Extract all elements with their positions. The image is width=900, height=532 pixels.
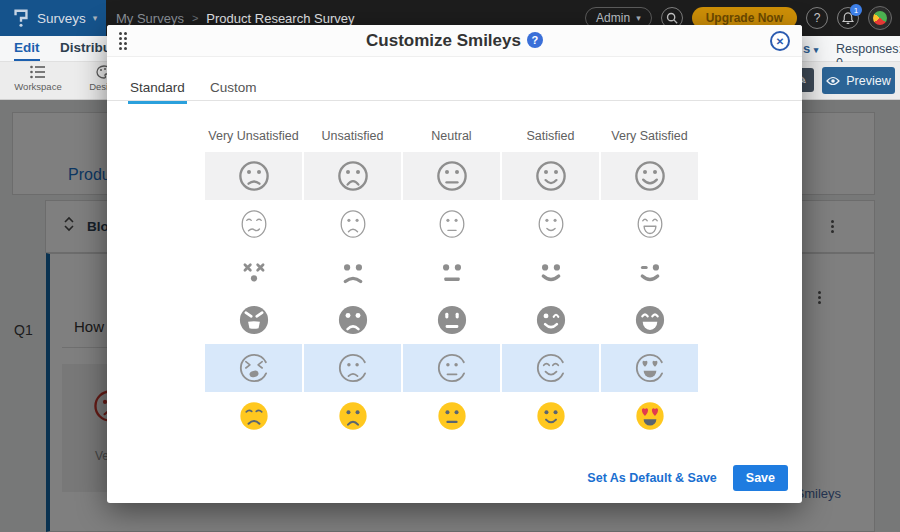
s-laugh-icon[interactable] (601, 296, 698, 344)
column-header: Neutral (403, 129, 500, 150)
t-neutral-icon[interactable] (403, 200, 500, 248)
caret-down-icon: ▾ (636, 13, 641, 23)
k-smile-icon[interactable] (502, 344, 599, 392)
k-neutral-icon[interactable] (403, 344, 500, 392)
preview-button[interactable]: Preview (822, 67, 895, 94)
modal-header: Customize Smileys? ✕ (107, 25, 802, 57)
toolbar-item-workspace[interactable]: Workspace (6, 65, 70, 92)
t-smile-icon[interactable] (502, 200, 599, 248)
search-icon (666, 12, 678, 24)
smiley-style-row-thin-outline (205, 200, 698, 248)
b-smile-wide-icon[interactable] (601, 152, 698, 200)
preview-label: Preview (846, 74, 890, 88)
eye-icon (826, 76, 840, 86)
e-smile-icon[interactable] (502, 392, 599, 440)
s-frown-icon[interactable] (304, 296, 401, 344)
t-sad-icon[interactable] (205, 200, 302, 248)
e-sad-icon[interactable] (205, 392, 302, 440)
tab-edit[interactable]: Edit (14, 40, 40, 61)
k-dead-icon[interactable] (205, 344, 302, 392)
smiley-style-row-emoji (205, 392, 698, 440)
avatar[interactable] (868, 6, 892, 30)
workspace-list-icon (29, 65, 47, 79)
survey-app-icon (12, 8, 30, 28)
right-dropdown-fragment[interactable]: s ▾ (803, 41, 818, 56)
s-neutral-icon[interactable] (403, 296, 500, 344)
k-heart-icon[interactable] (601, 344, 698, 392)
b-smile-icon[interactable] (502, 152, 599, 200)
e-neutral-icon[interactable] (403, 392, 500, 440)
b-neutral-icon[interactable] (403, 152, 500, 200)
breadcrumb-separator-icon: > (192, 12, 198, 24)
help-button[interactable]: ? (806, 7, 828, 29)
notification-badge: 1 (850, 4, 862, 16)
app-logo-menu[interactable]: Surveys ▾ (0, 0, 106, 36)
avatar-image (873, 11, 887, 25)
e-frown-icon[interactable] (304, 392, 401, 440)
column-header: Unsatisfied (304, 129, 401, 150)
n-frown-icon[interactable] (304, 248, 401, 296)
tab-standard[interactable]: Standard (128, 80, 187, 104)
smiley-style-row-bold-outline (205, 152, 698, 200)
admin-label: Admin (596, 11, 630, 25)
set-as-default-save-link[interactable]: Set As Default & Save (587, 471, 716, 485)
tab-custom[interactable]: Custom (208, 80, 259, 101)
help-label: ? (814, 11, 821, 25)
t-grin-icon[interactable] (601, 200, 698, 248)
smiley-style-row-minimal (205, 248, 698, 296)
caret-down-icon: ▾ (814, 45, 819, 55)
customize-smileys-modal: Customize Smileys? ✕ Standard Custom Ver… (107, 25, 802, 503)
s-smile-icon[interactable] (502, 296, 599, 344)
n-smile-icon[interactable] (502, 248, 599, 296)
modal-tabs: Standard Custom (107, 80, 802, 101)
smiley-style-row-solid (205, 296, 698, 344)
t-frown-icon[interactable] (304, 200, 401, 248)
column-header: Satisfied (502, 129, 599, 150)
column-header: Very Unsatisfied (205, 129, 302, 150)
modal-footer: Set As Default & Save Save (587, 465, 788, 491)
breadcrumb-current: Product Research Survey (206, 11, 354, 26)
n-dead-icon[interactable] (205, 248, 302, 296)
e-heart-icon[interactable] (601, 392, 698, 440)
smiley-grid: Very UnsatisfiedUnsatisfiedNeutralSatisf… (205, 129, 698, 440)
modal-title: Customize Smileys (366, 31, 521, 50)
close-icon[interactable]: ✕ (770, 31, 790, 51)
n-wink-icon[interactable] (601, 248, 698, 296)
product-name: Surveys (37, 11, 86, 26)
s-angry-icon[interactable] (205, 296, 302, 344)
k-frown-icon[interactable] (304, 344, 401, 392)
toolbar-item-label: Workspace (14, 81, 61, 92)
help-icon[interactable]: ? (527, 32, 543, 48)
column-header: Very Satisfied (601, 129, 698, 150)
b-frown-icon[interactable] (304, 152, 401, 200)
caret-down-icon: ▾ (93, 13, 98, 23)
breadcrumb-parent[interactable]: My Surveys (116, 11, 184, 26)
n-neutral-icon[interactable] (403, 248, 500, 296)
b-frown-slight-icon[interactable] (205, 152, 302, 200)
smiley-style-row-sketch (205, 344, 698, 392)
save-button[interactable]: Save (733, 465, 788, 491)
notifications-button[interactable]: 1 (837, 7, 859, 29)
